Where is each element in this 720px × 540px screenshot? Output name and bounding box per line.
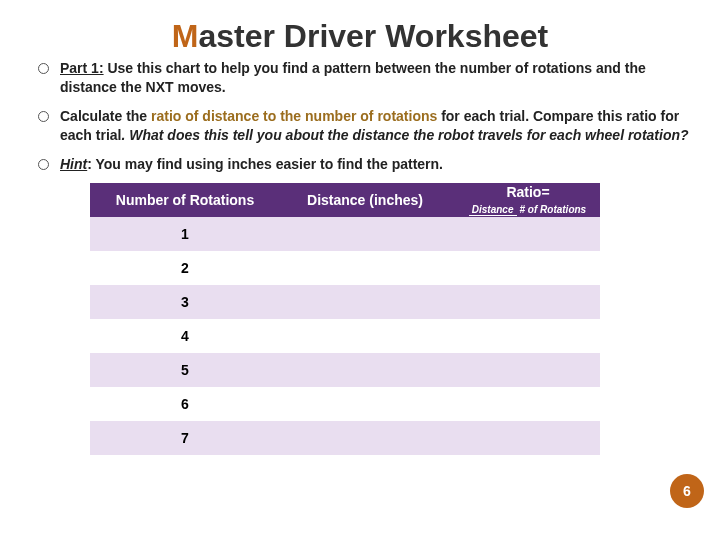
cell-distance bbox=[280, 421, 450, 455]
ratio-denominator: # of Rotations bbox=[517, 204, 590, 215]
cell-ratio bbox=[450, 387, 600, 421]
th-ratio: Ratio=Distance# of Rotations bbox=[450, 183, 600, 217]
cell-rotations: 6 bbox=[90, 387, 280, 421]
cell-ratio bbox=[450, 319, 600, 353]
table-header-row: Number of Rotations Distance (inches) Ra… bbox=[90, 183, 600, 217]
bullet-2: Calculate the ratio of distance to the n… bbox=[38, 107, 690, 145]
table-row: 3 bbox=[90, 285, 600, 319]
table-row: 6 bbox=[90, 387, 600, 421]
cell-distance bbox=[280, 251, 450, 285]
bullet-2-d: . What does this tell you about the dist… bbox=[121, 127, 688, 143]
table-row: 2 bbox=[90, 251, 600, 285]
cell-rotations: 3 bbox=[90, 285, 280, 319]
bullet-1-label: Part 1: bbox=[60, 60, 104, 76]
ratio-numerator: Distance bbox=[469, 204, 517, 216]
title-rest: aster Driver Worksheet bbox=[198, 18, 548, 54]
worksheet-table: Number of Rotations Distance (inches) Ra… bbox=[90, 183, 600, 455]
cell-rotations: 4 bbox=[90, 319, 280, 353]
table-row: 1 bbox=[90, 217, 600, 251]
ratio-label: Ratio= bbox=[506, 184, 549, 200]
cell-rotations: 2 bbox=[90, 251, 280, 285]
th-rotations: Number of Rotations bbox=[90, 183, 280, 217]
page-number-badge: 6 bbox=[670, 474, 704, 508]
th-distance: Distance (inches) bbox=[280, 183, 450, 217]
cell-ratio bbox=[450, 285, 600, 319]
page-title: Master Driver Worksheet bbox=[30, 18, 690, 55]
cell-distance bbox=[280, 387, 450, 421]
cell-rotations: 1 bbox=[90, 217, 280, 251]
table-row: 4 bbox=[90, 319, 600, 353]
cell-ratio bbox=[450, 217, 600, 251]
cell-distance bbox=[280, 285, 450, 319]
bullet-3-b: : You may find using inches easier to fi… bbox=[87, 156, 443, 172]
table-row: 7 bbox=[90, 421, 600, 455]
cell-distance bbox=[280, 217, 450, 251]
slide: Master Driver Worksheet Part 1: Use this… bbox=[0, 0, 720, 540]
ratio-fraction: Distance# of Rotations bbox=[469, 205, 589, 216]
cell-ratio bbox=[450, 421, 600, 455]
table-row: 5 bbox=[90, 353, 600, 387]
bullet-2-a: Calculate the bbox=[60, 108, 151, 124]
cell-distance bbox=[280, 353, 450, 387]
bullet-1: Part 1: Use this chart to help you find … bbox=[38, 59, 690, 97]
bullet-3: Hint: You may find using inches easier t… bbox=[38, 155, 690, 174]
bullet-3-a: Hint bbox=[60, 156, 87, 172]
cell-rotations: 7 bbox=[90, 421, 280, 455]
cell-ratio bbox=[450, 353, 600, 387]
cell-distance bbox=[280, 319, 450, 353]
cell-ratio bbox=[450, 251, 600, 285]
bullet-1-text: Use this chart to help you find a patter… bbox=[60, 60, 646, 95]
bullet-list: Part 1: Use this chart to help you find … bbox=[30, 59, 690, 173]
bullet-2-b: ratio of distance to the number of rotat… bbox=[151, 108, 437, 124]
cell-rotations: 5 bbox=[90, 353, 280, 387]
title-accent: M bbox=[172, 18, 199, 54]
